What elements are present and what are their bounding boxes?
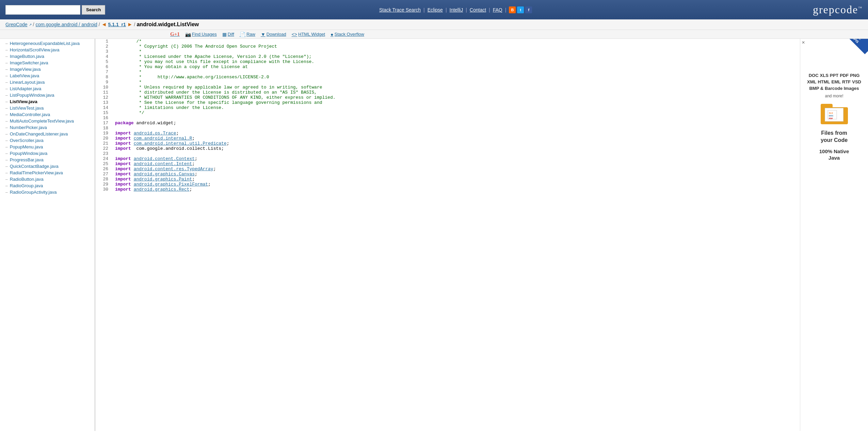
sidebar-link[interactable]: ListPopupWindow.java — [10, 93, 54, 98]
table-row: 8 * http://www.apache.org/licenses/LICEN… — [95, 75, 800, 80]
sidebar-item[interactable]: ListView.java — [0, 98, 95, 105]
sidebar-link[interactable]: RadialTimePickerView.java — [10, 170, 63, 175]
action-html-widget[interactable]: <> HTML Widget — [292, 32, 325, 37]
sidebar-link[interactable]: ListAdapter.java — [10, 86, 42, 91]
sidebar-link[interactable]: HorizontalScrollView.java — [10, 47, 60, 52]
sidebar-link[interactable]: ImageSwitcher.java — [10, 60, 48, 65]
sidebar-item[interactable]: ListAdapter.java — [0, 85, 95, 92]
sidebar-link[interactable]: HeterogeneousExpandableList.java — [10, 41, 80, 46]
action-stack-overflow[interactable]: ● Stack Overflow — [331, 32, 364, 37]
sidebar-item[interactable]: MediaController.java — [0, 111, 95, 118]
sidebar-link[interactable]: MediaController.java — [10, 112, 50, 117]
search-button[interactable]: Search — [82, 5, 105, 15]
sidebar-item[interactable]: OnDateChangedListener.java — [0, 131, 95, 137]
sidebar-item[interactable]: QuickContactBadge.java — [0, 163, 95, 170]
sidebar-link[interactable]: OverScroller.java — [10, 138, 44, 143]
sidebar-item[interactable]: MultiAutoCompleteTextView.java — [0, 118, 95, 124]
sidebar-link[interactable]: PopupWindow.java — [10, 151, 48, 156]
sidebar-link[interactable]: ProgressBar.java — [10, 157, 44, 162]
nav-contact[interactable]: Contact — [470, 7, 486, 13]
sidebar-link[interactable]: RadioGroup.java — [10, 183, 43, 188]
ad-ribbon-text: JAVAFILEAPIS — [841, 39, 868, 54]
line-content — [112, 151, 800, 156]
table-row: 28import android.graphics.Paint; — [95, 177, 800, 182]
nav-intellij[interactable]: IntelliJ — [450, 7, 463, 13]
action-find-usages[interactable]: 📷 Find Usages — [185, 32, 217, 37]
line-content: * Copyright (C) 2006 The Android Open So… — [112, 44, 800, 49]
action-download[interactable]: ▼ Download — [261, 32, 286, 37]
breadcrumb-root[interactable]: GrepCode — [5, 22, 28, 27]
line-number: 19 — [95, 131, 112, 136]
diff-label: Diff — [228, 32, 234, 37]
action-google-plus[interactable]: G+1 — [170, 31, 180, 37]
sidebar-link[interactable]: ListView.java — [10, 99, 37, 104]
sidebar-item[interactable]: ImageView.java — [0, 66, 95, 73]
nav-eclipse[interactable]: Eclipse — [428, 7, 443, 13]
table-row: 11 * distributed under the License is di… — [95, 90, 800, 95]
sidebar-link[interactable]: LabelView.java — [10, 73, 39, 78]
sidebar-item[interactable]: RadioGroupActivity.java — [0, 189, 95, 195]
sidebar-link[interactable]: RadioButton.java — [10, 177, 44, 182]
line-number: 18 — [95, 126, 112, 131]
sidebar-link[interactable]: MultiAutoCompleteTextView.java — [10, 118, 74, 124]
sidebar-item[interactable]: ImageSwitcher.java — [0, 60, 95, 66]
action-diff[interactable]: ▦ Diff — [222, 32, 234, 37]
download-icon: ▼ — [261, 32, 266, 37]
sidebar-link[interactable]: PopupMenu.java — [10, 144, 43, 149]
search-input[interactable] — [5, 5, 80, 15]
sidebar-item[interactable]: RadioButton.java — [0, 176, 95, 182]
sidebar-item[interactable]: ImageButton.java — [0, 53, 95, 60]
sidebar-item[interactable]: RadioGroup.java — [0, 182, 95, 189]
nav-stack-trace-search[interactable]: Stack Trace Search — [379, 7, 421, 13]
line-content: * — [112, 80, 800, 85]
sidebar-item[interactable]: NumberPicker.java — [0, 124, 95, 131]
bc-left-arrow: ◄ — [101, 21, 107, 28]
line-number: 1 — [95, 39, 112, 44]
breadcrumb-version[interactable]: 5.1.1_r1 — [108, 22, 126, 27]
sidebar-item[interactable]: PopupWindow.java — [0, 150, 95, 157]
ad-format-bmp: BMP & — [809, 86, 823, 91]
breadcrumb-current-file: android.widget.ListView — [136, 21, 199, 28]
blog-icon[interactable]: B — [509, 6, 516, 13]
sidebar-link[interactable]: NumberPicker.java — [10, 125, 47, 130]
breadcrumb-package[interactable]: com.google.android / android — [35, 22, 97, 27]
sidebar-item[interactable]: ProgressBar.java — [0, 157, 95, 163]
facebook-icon[interactable]: f — [525, 6, 532, 13]
sidebar-item[interactable]: OverScroller.java — [0, 137, 95, 144]
ad-ribbon: JAVAFILEAPIS — [837, 39, 868, 69]
action-raw[interactable]: 📄 Raw — [240, 32, 255, 37]
svg-text:DOC: DOC — [829, 115, 834, 117]
table-row: 17package android.widget; — [95, 121, 800, 126]
line-number: 8 — [95, 75, 112, 80]
nav-links: Stack Trace Search | Eclipse | IntelliJ … — [109, 6, 802, 13]
ad-close-button[interactable]: ✕ — [802, 40, 805, 45]
sidebar-item[interactable]: LabelView.java — [0, 73, 95, 79]
bc-right-arrow: ► — [127, 21, 133, 28]
sidebar-link[interactable]: LinearLayout.java — [10, 80, 45, 85]
table-row: 12 * WITHOUT WARRANTIES OR CONDITIONS OF… — [95, 95, 800, 100]
line-content: import android.content.Intent; — [112, 161, 800, 166]
svg-text:XLS: XLS — [829, 112, 833, 114]
line-content: import android.graphics.Canvas; — [112, 172, 800, 177]
sidebar-item[interactable]: HeterogeneousExpandableList.java — [0, 40, 95, 47]
sidebar-item[interactable]: HorizontalScrollView.java — [0, 47, 95, 53]
ad-folder-doc-svg: XLS DOC PDF — [827, 110, 841, 120]
sidebar-item[interactable]: LinearLayout.java — [0, 79, 95, 85]
sidebar-link[interactable]: ImageButton.java — [10, 54, 44, 59]
line-content: import com.android.internal.R; — [112, 136, 800, 141]
sidebar-link[interactable]: ImageView.java — [10, 67, 41, 72]
sidebar-link[interactable]: RadioGroupActivity.java — [10, 190, 57, 195]
sidebar-item[interactable]: ListPopupWindow.java — [0, 92, 95, 98]
nav-faq[interactable]: FAQ — [493, 7, 502, 13]
sidebar-link[interactable]: ListViewTest.java — [10, 106, 44, 111]
sidebar-item[interactable]: ListViewTest.java — [0, 105, 95, 111]
table-row: 25import android.content.Intent; — [95, 161, 800, 166]
sidebar-link[interactable]: OnDateChangedListener.java — [10, 131, 68, 137]
ad-title: Files fromyour Code — [804, 130, 864, 144]
ad-format-pdf: PDF — [840, 73, 849, 78]
ad-format-vsd: VSD — [852, 79, 861, 84]
sidebar-item[interactable]: RadialTimePickerView.java — [0, 170, 95, 176]
twitter-icon[interactable]: t — [517, 6, 524, 13]
sidebar-item[interactable]: PopupMenu.java — [0, 144, 95, 150]
sidebar-link[interactable]: QuickContactBadge.java — [10, 164, 59, 169]
